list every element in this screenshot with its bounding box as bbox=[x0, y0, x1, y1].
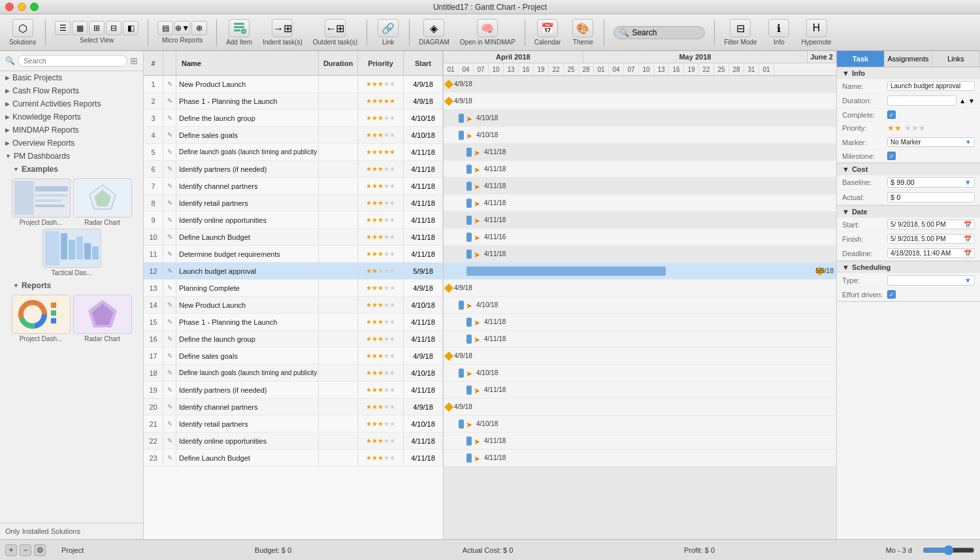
toolbar-calendar[interactable]: 📅 Calendar bbox=[531, 18, 565, 47]
minimize-button[interactable] bbox=[18, 3, 26, 11]
chart-row-18[interactable]: ➤ 4/10/18 bbox=[444, 365, 836, 382]
rp-actual-value[interactable]: $ 0 bbox=[887, 192, 975, 203]
rp-milestone-checkbox[interactable]: ✓ bbox=[887, 152, 896, 160]
sidebar-item-overview[interactable]: ▶ Overview Reports bbox=[0, 137, 143, 150]
sidebar-examples-header[interactable]: ▼ Examples bbox=[0, 163, 143, 176]
table-row[interactable]: 1 ✎ New Product Launch ★★★★★ 4/9/18 bbox=[144, 76, 443, 93]
table-row[interactable]: 16 ✎ Define the launch group ★★★★★ 4/11/… bbox=[144, 331, 443, 348]
toolbar-link[interactable]: 🔗 Link bbox=[372, 18, 404, 47]
view-list-btn[interactable]: ☰ bbox=[55, 21, 71, 35]
chart-row-7[interactable]: ➤ 4/11/18 bbox=[444, 178, 836, 195]
sidebar-item-mindmap[interactable]: ▶ MINDMAP Reports bbox=[0, 124, 143, 137]
remove-row-button[interactable]: − bbox=[20, 544, 31, 556]
table-row[interactable]: 3 ✎ Define the launch group ★★★★★ 4/10/1… bbox=[144, 110, 443, 127]
link-icon[interactable]: 🔗 bbox=[378, 19, 399, 37]
sidebar-filter-icon[interactable]: ⊞ bbox=[130, 56, 138, 66]
settings-button[interactable]: ⚙ bbox=[34, 544, 46, 556]
toolbar-info[interactable]: ℹ Info bbox=[763, 18, 794, 47]
table-row[interactable]: 8 ✎ Identify retail partners ★★★★★ 4/11/… bbox=[144, 195, 443, 212]
toolbar-search-group[interactable]: 🔍 Search bbox=[610, 25, 709, 41]
chart-row-8[interactable]: ➤ 4/11/18 bbox=[444, 195, 836, 212]
chart-row-14[interactable]: ➤ 4/10/18 bbox=[444, 297, 836, 314]
cost-collapse-icon[interactable]: ▼ bbox=[842, 165, 849, 173]
table-row[interactable]: 11 ✎ Determine budget requirements ★★★★★… bbox=[144, 246, 443, 263]
hypernote-icon[interactable]: H bbox=[806, 19, 827, 37]
table-row[interactable]: 20 ✎ Identify channel partners ★★★★★ 4/9… bbox=[144, 399, 443, 416]
thumb-radar-2[interactable]: Radar Chart bbox=[73, 295, 132, 342]
chart-row-16[interactable]: ➤ 4/11/18 bbox=[444, 331, 836, 348]
duration-down-icon[interactable]: ▼ bbox=[968, 97, 975, 105]
table-row[interactable]: 13 ✎ Planning Complete ★★★★★ 4/9/18 bbox=[144, 280, 443, 297]
table-row[interactable]: 23 ✎ Define Launch Budget ★★★★★ 4/11/18 bbox=[144, 450, 443, 467]
zoom-slider[interactable] bbox=[923, 545, 975, 555]
info-icon[interactable]: ℹ bbox=[768, 19, 789, 37]
chart-row-9[interactable]: ➤ 4/11/18 bbox=[444, 212, 836, 229]
tab-links[interactable]: Links bbox=[932, 51, 980, 67]
mindmap-icon[interactable]: 🧠 bbox=[477, 19, 498, 37]
sidebar-search-input[interactable] bbox=[18, 55, 127, 67]
info-collapse-icon[interactable]: ▼ bbox=[842, 69, 849, 77]
view-side-btn[interactable]: ◧ bbox=[123, 21, 139, 35]
chart-row-1[interactable]: 4/9/18 bbox=[444, 76, 836, 93]
rp-priority-stars[interactable]: ★★ bbox=[887, 124, 902, 133]
toolbar-filter[interactable]: ⊟ Filter Mode bbox=[720, 18, 760, 47]
micro-report-1[interactable]: ▤ bbox=[157, 21, 173, 35]
table-row[interactable]: 2 ✎ Phase 1 - Planning the Launch ★★★★★ … bbox=[144, 93, 443, 110]
toolbar-solutions[interactable]: ⬡ Solutions bbox=[5, 18, 40, 47]
rp-baseline-value[interactable]: $ 99.00 ▼ bbox=[887, 177, 975, 188]
tab-assignments[interactable]: Assignments bbox=[885, 51, 932, 67]
rp-type-value[interactable]: ▼ bbox=[887, 275, 975, 286]
thumb-radar-1[interactable]: Radar Chart bbox=[73, 178, 132, 226]
solutions-icon[interactable]: ⬡ bbox=[12, 19, 33, 37]
marker-dropdown-icon[interactable]: ▼ bbox=[965, 139, 972, 146]
toolbar-add-item[interactable]: + Add Item bbox=[222, 18, 256, 47]
table-row[interactable]: 14 ✎ New Product Launch ★★★★★ 4/10/18 bbox=[144, 297, 443, 314]
rp-marker-value[interactable]: No Marker ▼ bbox=[887, 137, 975, 147]
close-button[interactable] bbox=[5, 3, 14, 11]
rp-deadline-value[interactable]: 4/18/2018, 11:40 AM 📅 bbox=[887, 248, 975, 258]
table-row[interactable]: 22 ✎ Identify online opportunities ★★★★★… bbox=[144, 433, 443, 450]
search-bar[interactable]: 🔍 Search bbox=[613, 26, 705, 39]
chart-row-5[interactable]: ➤ 4/11/18 bbox=[444, 144, 836, 161]
toolbar-hypernote[interactable]: H Hypernote bbox=[797, 18, 835, 47]
table-row[interactable]: 18 ✎ Define launch goals (launch timing … bbox=[144, 365, 443, 382]
table-row-selected[interactable]: 12 ✎ Launch budget approval ★★★★★ 5/9/18 bbox=[144, 263, 443, 280]
rp-finish-value[interactable]: 5/ 9/2018, 5:00 PM 📅 bbox=[887, 234, 975, 244]
table-row[interactable]: 15 ✎ Phase 1 - Planning the Launch ★★★★★… bbox=[144, 314, 443, 331]
table-row[interactable]: 9 ✎ Identify online opportunities ★★★★★ … bbox=[144, 212, 443, 229]
micro-report-2[interactable]: ⊕▼ bbox=[174, 21, 190, 35]
view-minus-btn[interactable]: ⊟ bbox=[106, 21, 122, 35]
chart-row-22[interactable]: ➤ 4/11/18 bbox=[444, 433, 836, 450]
sidebar-item-current-activities[interactable]: ▶ Current Activities Reports bbox=[0, 97, 143, 110]
chart-row-20[interactable]: 4/9/18 bbox=[444, 399, 836, 416]
chart-row-23[interactable]: ➤ 4/11/18 bbox=[444, 450, 836, 467]
sidebar-item-pm-dashboards[interactable]: ▼ PM Dashboards bbox=[0, 150, 143, 163]
table-row[interactable]: 4 ✎ Define sales goals ★★★★★ 4/10/18 bbox=[144, 127, 443, 144]
tab-task[interactable]: Task bbox=[837, 51, 885, 67]
date-collapse-icon[interactable]: ▼ bbox=[842, 208, 849, 216]
thumb-project-dash-1[interactable]: Project Dash... bbox=[12, 178, 71, 226]
toolbar-diagram[interactable]: ◈ DIAGRAM bbox=[415, 18, 453, 47]
baseline-dropdown-icon[interactable]: ▼ bbox=[964, 178, 972, 186]
sidebar-item-knowledge[interactable]: ▶ Knowledge Reports bbox=[0, 110, 143, 124]
sidebar-reports-header[interactable]: ▼ Reports bbox=[0, 279, 143, 292]
rp-complete-checkbox[interactable]: ✓ bbox=[887, 110, 896, 119]
start-calendar-icon[interactable]: 📅 bbox=[964, 221, 972, 228]
table-row[interactable]: 6 ✎ Identify partners (if needed) ★★★★★ … bbox=[144, 161, 443, 178]
chart-row-15[interactable]: ➤ 4/11/18 bbox=[444, 314, 836, 331]
toolbar-outdent[interactable]: ←⊞ Outdent task(s) bbox=[309, 18, 361, 47]
table-row[interactable]: 19 ✎ Identify partners (if needed) ★★★★★… bbox=[144, 382, 443, 399]
indent-icon[interactable]: →⊞ bbox=[272, 19, 293, 37]
scheduling-collapse-icon[interactable]: ▼ bbox=[842, 263, 849, 271]
duration-up-icon[interactable]: ▲ bbox=[959, 97, 966, 105]
outdent-icon[interactable]: ←⊞ bbox=[325, 19, 346, 37]
chart-row-19[interactable]: ➤ 4/11/18 bbox=[444, 382, 836, 399]
table-row[interactable]: 21 ✎ Identify retail partners ★★★★★ 4/10… bbox=[144, 416, 443, 433]
rp-start-value[interactable]: 5/ 9/2018, 5:00 PM 📅 bbox=[887, 220, 975, 229]
toolbar-mindmap[interactable]: 🧠 Open in MINDMAP bbox=[456, 18, 519, 47]
chart-row-4[interactable]: ➤ 4/10/18 bbox=[444, 127, 836, 144]
view-grid-btn[interactable]: ▦ bbox=[72, 21, 88, 35]
thumb-tactical[interactable]: Tactical Das... bbox=[42, 229, 101, 276]
add-item-icon[interactable]: + bbox=[229, 19, 250, 37]
maximize-button[interactable] bbox=[30, 3, 39, 11]
